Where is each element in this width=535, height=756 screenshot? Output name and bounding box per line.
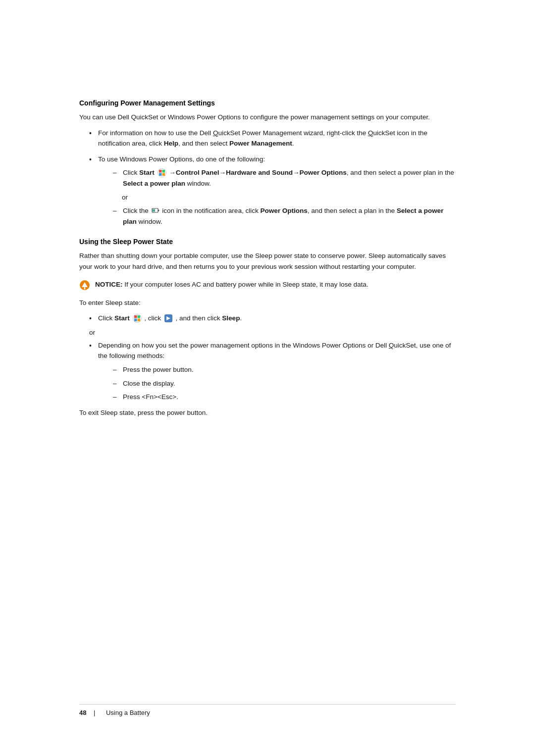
dash-list-1: Click Start →Control Panel→Hardware and … — [113, 167, 456, 189]
footer-page-number: 48 | Using a Battery — [79, 709, 150, 716]
notice-text: NOTICE: If your computer loses AC and ba… — [95, 279, 369, 290]
notice-box: NOTICE: If your computer loses AC and ba… — [79, 279, 456, 291]
svg-rect-7 — [153, 209, 155, 211]
power-options-bold: Power Options — [300, 169, 347, 176]
select-power-plan-bold-1: Select a power plan — [123, 180, 185, 187]
bullet1-text: For information on how to use the Dell Q… — [98, 129, 428, 148]
section1-heading: Configuring Power Management Settings — [79, 99, 456, 107]
page-container: Configuring Power Management Settings Yo… — [0, 0, 535, 756]
dash-item-notification-icon: Click the icon in the notification area,… — [113, 205, 456, 227]
windows-start-icon-1 — [158, 168, 166, 177]
sleep-bullet1-text: Click Start , click , and then click Sle… — [98, 314, 242, 322]
dash-press-power: Press the power button. — [113, 364, 456, 375]
dash-close-display: Close the display. — [113, 378, 456, 389]
section1-intro: You can use Dell QuickSet or Windows Pow… — [79, 112, 456, 123]
svg-rect-15 — [134, 318, 137, 321]
section-sleep-power: Using the Sleep Power State Rather than … — [79, 238, 456, 418]
start-bold-sleep: Start — [114, 314, 130, 322]
start-bold-1: Start — [139, 169, 155, 176]
enter-sleep-text: To enter Sleep state: — [79, 298, 456, 308]
section1-bullet-list: For information on how to use the Dell Q… — [89, 128, 456, 227]
dash-item-control-panel: Click Start →Control Panel→Hardware and … — [113, 167, 456, 189]
hardware-bold: Hardware and Sound — [226, 169, 293, 176]
sleep-bullet-list: Click Start , click , and then click Sle… — [89, 313, 456, 324]
bullet-depending: Depending on how you set the power manag… — [89, 340, 456, 403]
press-fn-text: Press <Fn><Esc>. — [123, 393, 178, 401]
quickset-underline1: Q — [213, 129, 218, 137]
svg-rect-2 — [162, 170, 165, 173]
svg-rect-14 — [137, 315, 140, 318]
quickset-underline2: Q — [368, 129, 374, 137]
close-display-text: Close the display. — [123, 380, 175, 387]
arrow-1: → — [169, 169, 176, 176]
exit-sleep-text: To exit Sleep state, press the power but… — [79, 407, 456, 418]
power-options-bold-2: Power Options — [260, 207, 307, 214]
quickset-underline-3: Q — [389, 342, 394, 349]
svg-rect-13 — [134, 315, 137, 318]
dash-press-fn: Press <Fn><Esc>. — [113, 392, 456, 403]
notice-label: NOTICE: — [95, 281, 123, 288]
svg-rect-11 — [84, 286, 85, 288]
notice-icon — [79, 280, 90, 291]
section-power-management: Configuring Power Management Settings Yo… — [79, 99, 456, 227]
svg-rect-4 — [162, 173, 165, 176]
power-management-bold: Power Management — [229, 140, 292, 147]
footer-separator: | — [94, 709, 95, 716]
or-text-2: or — [89, 329, 456, 336]
control-panel-bold: Control Panel — [176, 169, 219, 176]
footer-section-label: Using a Battery — [106, 709, 150, 716]
section2-heading: Using the Sleep Power State — [79, 238, 456, 246]
power-notification-icon — [152, 207, 160, 215]
dash2-text: Click the icon in the notification area,… — [123, 207, 443, 225]
arrow-3: → — [293, 169, 300, 176]
dash-list-2: Click the icon in the notification area,… — [113, 205, 456, 227]
sleep-bullet-list-2: Depending on how you set the power manag… — [89, 340, 456, 403]
depending-text: Depending on how you set the power manag… — [98, 342, 451, 360]
svg-rect-16 — [137, 318, 140, 321]
arrow-2: → — [219, 169, 226, 176]
arrow-button-icon — [164, 314, 173, 323]
dash1-text: Click Start →Control Panel→Hardware and … — [123, 169, 454, 187]
svg-rect-3 — [159, 173, 162, 176]
svg-rect-1 — [159, 170, 162, 173]
bullet-sleep-start: Click Start , click , and then click Sle… — [89, 313, 456, 324]
methods-dash-list: Press the power button. Close the displa… — [113, 364, 456, 403]
notice-content: If your computer loses AC and battery po… — [123, 281, 369, 288]
section2-intro: Rather than shutting down your portable … — [79, 251, 456, 272]
or-text-1: or — [122, 192, 456, 203]
svg-rect-6 — [158, 209, 159, 211]
help-bold: Help — [164, 140, 178, 147]
bullet2-intro-text: To use Windows Power Options, do one of … — [98, 155, 265, 163]
bullet-item-quickset: For information on how to use the Dell Q… — [89, 128, 456, 149]
windows-start-icon-2 — [133, 314, 142, 323]
footer: 48 | Using a Battery — [79, 704, 456, 716]
page-number: 48 — [79, 709, 86, 716]
bullet-item-windows-power: To use Windows Power Options, do one of … — [89, 154, 456, 227]
sleep-bold: Sleep — [222, 314, 240, 322]
press-power-text: Press the power button. — [123, 366, 194, 373]
